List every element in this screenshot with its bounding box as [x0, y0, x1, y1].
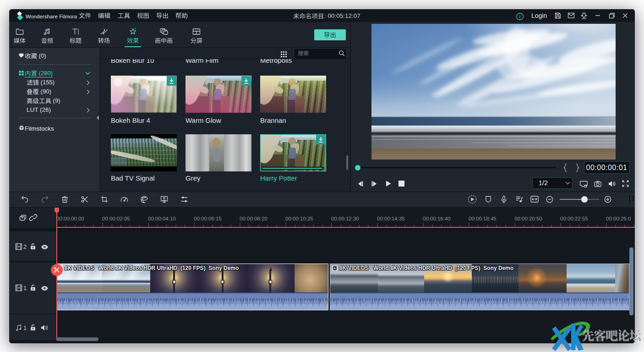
svg-text:00:00:00:00: 00:00:00:00: [56, 216, 84, 221]
svg-text:00:00:10:25: 00:00:10:25: [285, 216, 313, 221]
svg-text:00:00:02:05: 00:00:02:05: [102, 216, 130, 221]
svg-text:00:00:14:35: 00:00:14:35: [377, 216, 405, 221]
svg-text:00:00:06:15: 00:00:06:15: [194, 216, 222, 221]
svg-text:00:00:22:55: 00:00:22:55: [560, 216, 588, 221]
svg-text:00:00:16:40: 00:00:16:40: [423, 216, 451, 221]
svg-text:00:00:12:30: 00:00:12:30: [331, 216, 359, 221]
svg-text:00:00:18:45: 00:00:18:45: [469, 216, 497, 221]
svg-text:00:00:20:50: 00:00:20:50: [514, 216, 542, 221]
svg-text:00:00:08:20: 00:00:08:20: [240, 216, 267, 221]
svg-text:00:00:25:0: 00:00:25:0: [606, 216, 631, 221]
svg-text:00:00:04:10: 00:00:04:10: [148, 216, 176, 221]
